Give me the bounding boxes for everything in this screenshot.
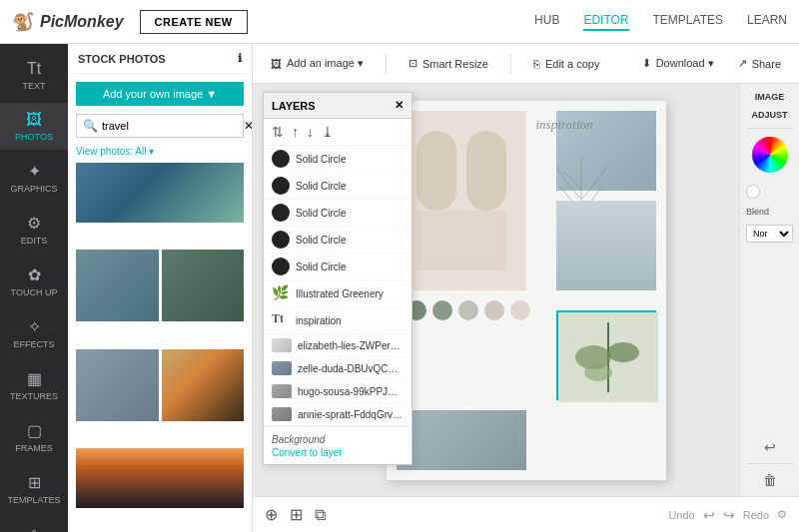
panel-header: STOCK PHOTOS ℹ	[68, 44, 252, 74]
layer-sort-icon[interactable]: ⇅	[272, 124, 284, 140]
sidebar-item-edits[interactable]: ⚙ EDITS	[0, 206, 68, 254]
canvas-plant-image-selected[interactable]	[556, 310, 656, 400]
photo-thumb-3[interactable]	[162, 250, 245, 321]
view-photos-all[interactable]: All ▾	[135, 146, 154, 157]
layer-bottom-icon[interactable]: ⤓	[322, 124, 334, 140]
layer-dot-greenery: 🌿	[272, 284, 290, 302]
editor-canvas-area[interactable]: LAYERS ✕ ⇅ ↑ ↓ ⤓ Solid Circle S	[253, 84, 799, 496]
delete-button[interactable]: 🗑	[746, 472, 793, 488]
blend-label: Blend	[746, 207, 793, 217]
background-label: Background	[272, 434, 325, 445]
clear-search-icon[interactable]: ✕	[244, 119, 253, 133]
canvas-circle-3	[458, 300, 478, 320]
layers-controls: ⇅ ↑ ↓ ⤓	[264, 119, 411, 146]
undo-label: Undo	[668, 509, 694, 521]
layer-name: elizabeth-lies-ZWPerNl...	[298, 340, 403, 351]
layer-item-img3[interactable]: hugo-sousa-99kPPJPed...	[264, 380, 411, 403]
sidebar-item-text[interactable]: Tt TEXT	[0, 52, 68, 99]
logo-icon: 🐒	[12, 11, 34, 33]
add-image-button[interactable]: Add your own image ▼	[76, 82, 244, 106]
edit-copy-icon: ⎘	[533, 58, 540, 70]
sidebar-item-templates[interactable]: ⊞ TEMPLATES	[0, 465, 68, 513]
layer-item-img2[interactable]: zelle-duda-DBUvQCYN...	[264, 357, 411, 380]
sidebar-label-effects: EFFECTS	[13, 339, 54, 349]
sidebar-item-textures[interactable]: ▦ TEXTURES	[0, 361, 68, 409]
layer-item[interactable]: Solid Circle	[264, 254, 411, 280]
adjust-label: ADJUST	[746, 110, 793, 120]
layer-dot-img4	[272, 407, 292, 421]
svg-rect-2	[466, 131, 506, 211]
layer-item[interactable]: Solid Circle	[264, 173, 411, 200]
layer-item[interactable]: Solid Circle	[264, 227, 411, 254]
layer-item-img1[interactable]: elizabeth-lies-ZWPerNl...	[264, 334, 411, 357]
sidebar-item-effects[interactable]: ✧ EFFECTS	[0, 309, 68, 357]
effects-icon: ✧	[28, 317, 41, 336]
layer-item[interactable]: Solid Circle	[264, 146, 411, 173]
nav-editor[interactable]: EDITOR	[583, 13, 628, 31]
search-icon: 🔍	[83, 119, 98, 133]
layer-down-icon[interactable]: ↓	[307, 124, 314, 140]
layer-name: zelle-duda-DBUvQCYN...	[298, 363, 403, 374]
nav-links: HUB EDITOR TEMPLATES LEARN	[534, 13, 787, 31]
sidebar-label-frames: FRAMES	[15, 443, 53, 453]
layer-item-text[interactable]: Tt inspiration	[264, 307, 411, 334]
frames-icon: ▢	[27, 421, 42, 440]
sidebar-item-photos[interactable]: 🖼 PHOTOS	[0, 103, 68, 150]
redo-icon[interactable]: ↪	[723, 507, 735, 523]
convert-to-layer-link[interactable]: Convert to layer	[272, 447, 403, 458]
create-new-button[interactable]: CREATE NEW	[140, 10, 248, 34]
canvas-inspiration-text: inspiration	[536, 117, 593, 133]
download-button[interactable]: ⬇ Download ▾	[636, 54, 720, 73]
search-input[interactable]	[102, 120, 240, 132]
nav-hub[interactable]: HUB	[534, 13, 559, 31]
layer-item[interactable]: Solid Circle	[264, 200, 411, 227]
fade-circle[interactable]	[746, 185, 760, 199]
blend-select[interactable]: Nor	[746, 225, 793, 243]
layer-dot-circle5	[272, 258, 290, 275]
touchup-icon: ✿	[28, 266, 41, 284]
sidebar-item-touch-up[interactable]: ✿ TOUCH UP	[0, 258, 68, 305]
add-image-toolbar-button[interactable]: 🖼 Add an image ▾	[265, 54, 370, 73]
layers-icon[interactable]: ⊕	[265, 505, 278, 524]
photos-icon: 🖼	[26, 111, 42, 129]
svg-point-6	[607, 342, 639, 362]
undo-right-button[interactable]: ↩	[746, 439, 793, 455]
photo-thumb-6[interactable]	[76, 448, 244, 508]
info-icon[interactable]: ℹ	[238, 52, 242, 65]
sidebar-item-graphics[interactable]: ✦ GRAPHICS	[0, 154, 68, 202]
photo-thumb-2[interactable]	[76, 250, 159, 321]
layer-dot-circle4	[272, 231, 290, 249]
layers-close-icon[interactable]: ✕	[395, 99, 403, 112]
view-photos-label: View photos: All ▾	[68, 146, 252, 163]
photo-thumb-5[interactable]	[162, 349, 245, 421]
undo-icon[interactable]: ↩	[703, 507, 715, 523]
nav-templates[interactable]: TEMPLATES	[653, 13, 723, 31]
color-wheel[interactable]	[752, 137, 788, 173]
photo-thumb-4[interactable]	[76, 349, 159, 421]
layer-item-greenery[interactable]: 🌿 Illustrated Greenery	[264, 280, 411, 307]
grid-icon[interactable]: ⊞	[290, 505, 303, 524]
edits-icon: ⚙	[27, 214, 41, 233]
canvas-circle-4	[484, 300, 504, 320]
search-box: 🔍 ✕	[76, 114, 244, 138]
layer-dot-text: Tt	[272, 311, 290, 329]
smart-resize-button[interactable]: ⊡ Smart Resize	[402, 54, 494, 73]
canvas-circles	[406, 300, 530, 320]
sidebar-item-frames[interactable]: ▢ FRAMES	[0, 413, 68, 461]
layer-dot-img1	[272, 338, 292, 352]
top-nav: 🐒 PicMonkey CREATE NEW HUB EDITOR TEMPLA…	[0, 0, 799, 44]
smart-resize-icon: ⊡	[408, 57, 417, 70]
sidebar-item-themes[interactable]: ◈ THEMES	[0, 517, 68, 532]
layer-up-icon[interactable]: ↑	[292, 124, 299, 140]
layer-name: Illustrated Greenery	[296, 288, 384, 299]
canvas-arch-image	[397, 111, 526, 290]
layer-item-img4[interactable]: annie-spratt-FddqGrvw...	[264, 403, 411, 426]
edit-copy-button[interactable]: ⎘ Edit a copy	[527, 55, 605, 73]
nav-learn[interactable]: LEARN	[747, 13, 787, 31]
canvas[interactable]: inspiration	[387, 101, 666, 480]
settings-icon[interactable]: ⚙	[777, 508, 787, 521]
share-button[interactable]: ↗ Share	[732, 54, 787, 73]
copy-icon[interactable]: ⧉	[315, 506, 326, 524]
photo-thumb-1[interactable]	[76, 163, 244, 223]
toolbar-separator-2	[510, 54, 511, 74]
